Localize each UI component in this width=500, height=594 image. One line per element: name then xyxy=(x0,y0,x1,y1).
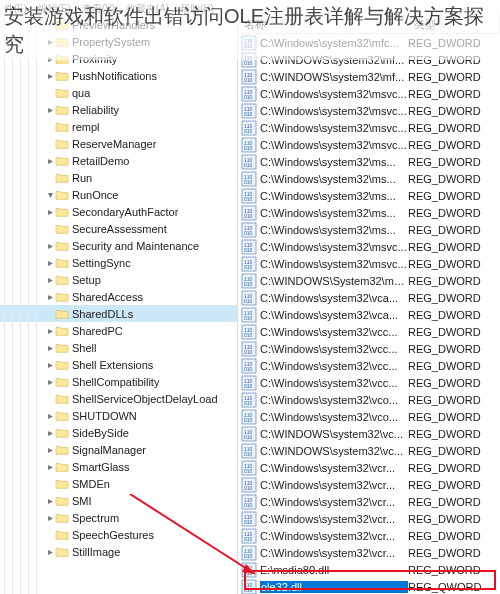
tree-toggle-icon[interactable]: ▸ xyxy=(45,495,55,506)
tree-item[interactable]: ▸ShellCompatibility xyxy=(0,373,237,390)
tree-toggle-icon[interactable]: ▸ xyxy=(45,359,55,370)
list-row[interactable]: 110010C:\Windows\system32\ms...REG_DWORD xyxy=(238,170,500,187)
tree-toggle-icon[interactable]: ▸ xyxy=(45,291,55,302)
folder-icon xyxy=(55,291,69,303)
tree-toggle-icon[interactable]: ▸ xyxy=(45,257,55,268)
tree-toggle-icon[interactable]: ▸ xyxy=(45,206,55,217)
tree-toggle-icon[interactable]: ▸ xyxy=(45,444,55,455)
tree-item[interactable]: ▸SharedAccess xyxy=(0,288,237,305)
tree-item-label: SettingSync xyxy=(72,257,131,269)
list-row[interactable]: 110010C:\Windows\system32\vcr...REG_DWOR… xyxy=(238,510,500,527)
list-row[interactable]: 110010C:\Windows\system32\msvc...REG_DWO… xyxy=(238,102,500,119)
value-type: REG_DWORD xyxy=(408,88,500,100)
tree-item[interactable]: ▸SecureAssessment xyxy=(0,220,237,237)
tree-toggle-icon[interactable]: ▸ xyxy=(45,410,55,421)
tree-toggle-icon[interactable]: ▸ xyxy=(45,325,55,336)
tree-toggle-icon[interactable]: ▸ xyxy=(45,155,55,166)
tree-item[interactable]: ▸SpeechGestures xyxy=(0,526,237,543)
tree-item[interactable]: ▸SignalManager xyxy=(0,441,237,458)
tree-item[interactable]: ▸SecondaryAuthFactor xyxy=(0,203,237,220)
tree-item[interactable]: ▸StillImage xyxy=(0,543,237,560)
tree-item[interactable]: ▸PushNotifications xyxy=(0,67,237,84)
tree-item[interactable]: ▸SHUTDOWN xyxy=(0,407,237,424)
list-row[interactable]: 110010C:\Windows\system32\msvc...REG_DWO… xyxy=(238,85,500,102)
list-row[interactable]: 110010C:\Windows\system32\vcr...REG_DWOR… xyxy=(238,544,500,561)
tree-toggle-icon[interactable]: ▸ xyxy=(45,376,55,387)
list-row[interactable]: 110010C:\Windows\system32\ms...REG_DWORD xyxy=(238,153,500,170)
list-row[interactable]: 110010C:\Windows\system32\vca...REG_DWOR… xyxy=(238,289,500,306)
tree-item[interactable]: ▸SMI xyxy=(0,492,237,509)
value-name: C:\Windows\system32\vcc... xyxy=(260,360,408,372)
tree-toggle-icon[interactable]: ▸ xyxy=(45,461,55,472)
tree-item[interactable]: ▸SharedDLLs xyxy=(0,305,237,322)
value-name: C:\Windows\system32\msvc... xyxy=(260,105,408,117)
tree-item-label: Run xyxy=(72,172,92,184)
list-row[interactable]: 110010C:\Windows\system32\ms...REG_DWORD xyxy=(238,221,500,238)
list-row[interactable]: 110010C:\Windows\system32\vcc...REG_DWOR… xyxy=(238,323,500,340)
tree-item[interactable]: ▸Spectrum xyxy=(0,509,237,526)
list-row[interactable]: 110010C:\Windows\system32\vcr...REG_DWOR… xyxy=(238,527,500,544)
tree-toggle-icon[interactable]: ▸ xyxy=(45,342,55,353)
svg-text:010: 010 xyxy=(244,570,253,576)
tree-item[interactable]: ▸Reliability xyxy=(0,101,237,118)
list-row[interactable]: 110010ole32.dllREG_QWORD xyxy=(238,578,500,594)
value-name: C:\Windows\system32\msvc... xyxy=(260,241,408,253)
value-name: C:\WINDOWS\system32\vc... xyxy=(260,445,408,457)
list-row[interactable]: 110010C:\Windows\system32\ms...REG_DWORD xyxy=(238,187,500,204)
tree-item[interactable]: ▸SMDEn xyxy=(0,475,237,492)
list-row[interactable]: 110010C:\Windows\system32\vca...REG_DWOR… xyxy=(238,306,500,323)
list-row[interactable]: 110010C:\Windows\system32\msvc...REG_DWO… xyxy=(238,119,500,136)
tree-toggle-icon[interactable]: ▸ xyxy=(45,274,55,285)
list-row[interactable]: 110010C:\Windows\system32\vco...REG_DWOR… xyxy=(238,391,500,408)
registry-list-pane[interactable]: 名称 类型 110010C:\Windows\system32\mfc...RE… xyxy=(238,14,500,594)
value-name: C:\Windows\system32\vco... xyxy=(260,411,408,423)
tree-toggle-icon[interactable]: ▸ xyxy=(45,512,55,523)
registry-tree-pane[interactable]: ▸PreviewHandlers▸PropertySystem▸Proximit… xyxy=(0,14,238,594)
tree-item[interactable]: ▸SideBySide xyxy=(0,424,237,441)
tree-item[interactable]: ▸Run xyxy=(0,169,237,186)
list-row[interactable]: 110010C:\Windows\system32\vcc...REG_DWOR… xyxy=(238,374,500,391)
tree-item[interactable]: ▸ReserveManager xyxy=(0,135,237,152)
list-row[interactable]: 110010C:\WINDOWS\system32\vc...REG_DWORD xyxy=(238,442,500,459)
tree-item[interactable]: ▸qua xyxy=(0,84,237,101)
tree-item[interactable]: ▸Setup xyxy=(0,271,237,288)
list-row[interactable]: 110010C:\Windows\system32\msvc...REG_DWO… xyxy=(238,238,500,255)
tree-item[interactable]: ▸RetailDemo xyxy=(0,152,237,169)
tree-item[interactable]: ▸Shell xyxy=(0,339,237,356)
tree-toggle-icon[interactable]: ▾ xyxy=(45,189,55,200)
list-row[interactable]: 110010C:\Windows\system32\msvc...REG_DWO… xyxy=(238,255,500,272)
list-row[interactable]: 110010C:\Windows\system32\msvc...REG_DWO… xyxy=(238,136,500,153)
tree-toggle-icon[interactable]: ▸ xyxy=(45,104,55,115)
list-row[interactable]: 110010C:\WINDOWS\system32\vc...REG_DWORD xyxy=(238,425,500,442)
tree-item[interactable]: ▸Shell Extensions xyxy=(0,356,237,373)
tree-item[interactable]: ▸ShellServiceObjectDelayLoad xyxy=(0,390,237,407)
list-row[interactable]: 110010C:\Windows\system32\vcc...REG_DWOR… xyxy=(238,357,500,374)
tree-item[interactable]: ▸SmartGlass xyxy=(0,458,237,475)
list-row[interactable]: 110010C:\Windows\system32\vcr...REG_DWOR… xyxy=(238,476,500,493)
tree-item[interactable]: ▸SharedPC xyxy=(0,322,237,339)
value-type: REG_DWORD xyxy=(408,71,500,83)
list-row[interactable]: 110010C:\WINDOWS\system32\mf...REG_DWORD xyxy=(238,68,500,85)
registry-value-icon: 110010 xyxy=(241,273,257,289)
value-type: REG_DWORD xyxy=(408,343,500,355)
tree-toggle-icon[interactable]: ▸ xyxy=(45,427,55,438)
tree-toggle-icon[interactable]: ▸ xyxy=(45,240,55,251)
list-row[interactable]: 110010C:\Windows\system32\vco...REG_DWOR… xyxy=(238,408,500,425)
tree-item[interactable]: ▸Security and Maintenance xyxy=(0,237,237,254)
tree-item[interactable]: ▾RunOnce xyxy=(0,186,237,203)
folder-icon xyxy=(55,104,69,116)
svg-text:010: 010 xyxy=(244,230,253,236)
list-row[interactable]: 110010C:\Windows\system32\vcc...REG_DWOR… xyxy=(238,340,500,357)
registry-value-icon: 110010 xyxy=(241,239,257,255)
list-row[interactable]: 110010C:\Windows\system32\vcr...REG_DWOR… xyxy=(238,493,500,510)
tree-toggle-icon[interactable]: ▸ xyxy=(45,70,55,81)
tree-item[interactable]: ▸rempl xyxy=(0,118,237,135)
list-row[interactable]: 110010E:\msdia80.dllREG_DWORD xyxy=(238,561,500,578)
list-row[interactable]: 110010C:\Windows\system32\ms...REG_DWORD xyxy=(238,204,500,221)
list-row[interactable]: 110010C:\WINDOWS\System32\ms...REG_DWORD xyxy=(238,272,500,289)
tree-toggle-icon[interactable]: ▸ xyxy=(45,546,55,557)
tree-item-label: SecondaryAuthFactor xyxy=(72,206,178,218)
list-row[interactable]: 110010C:\Windows\system32\vcr...REG_DWOR… xyxy=(238,459,500,476)
tree-item[interactable]: ▸SettingSync xyxy=(0,254,237,271)
folder-icon xyxy=(55,155,69,167)
